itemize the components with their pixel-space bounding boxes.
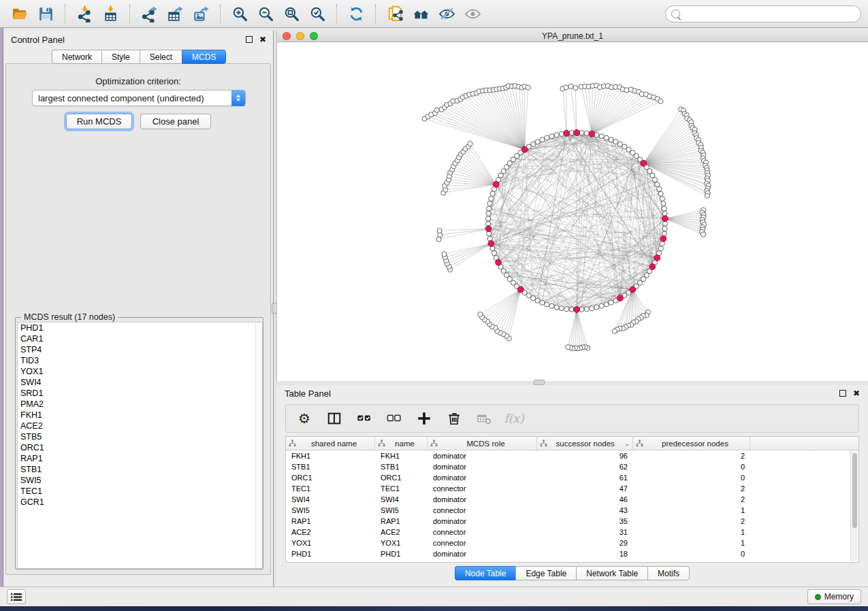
- mcds-result-item[interactable]: SRD1: [18, 388, 262, 399]
- network-node[interactable]: [489, 196, 494, 201]
- close-panel-icon[interactable]: ✖: [853, 390, 860, 397]
- run-mcds-button[interactable]: Run MCDS: [66, 114, 132, 129]
- mcds-list-scrollbar[interactable]: [255, 323, 262, 568]
- create-column-button[interactable]: [413, 408, 436, 429]
- network-node[interactable]: [647, 169, 652, 174]
- network-node[interactable]: [662, 211, 667, 216]
- network-node[interactable]: [658, 191, 663, 196]
- network-node[interactable]: [535, 298, 540, 303]
- network-hub-node[interactable]: [496, 259, 502, 265]
- network-hub-node[interactable]: [574, 307, 580, 313]
- table-row-YOX1[interactable]: YOX1YOX1connector291: [286, 538, 858, 548]
- table-scrollbar[interactable]: [850, 451, 858, 561]
- first-neighbors-button[interactable]: [409, 3, 432, 24]
- network-node[interactable]: [549, 134, 554, 139]
- tab-motifs[interactable]: Motifs: [647, 566, 690, 580]
- network-node[interactable]: [573, 85, 578, 90]
- table-settings-button[interactable]: ⚙: [293, 408, 316, 429]
- mcds-result-item[interactable]: STB1: [18, 464, 262, 475]
- network-canvas[interactable]: [277, 42, 868, 381]
- import-network-from-file-button[interactable]: [73, 3, 96, 24]
- network-node[interactable]: [545, 302, 549, 307]
- memory-button[interactable]: Memory: [807, 589, 861, 604]
- network-hub-node[interactable]: [630, 286, 636, 293]
- network-node[interactable]: [487, 231, 492, 236]
- network-from-clipboard-button[interactable]: [383, 3, 406, 24]
- network-node[interactable]: [650, 173, 655, 178]
- network-node[interactable]: [660, 196, 664, 201]
- table-row-SWI4[interactable]: SWI4SWI4dominator462: [286, 494, 858, 505]
- network-node[interactable]: [486, 211, 491, 216]
- tab-style[interactable]: Style: [101, 50, 140, 64]
- network-node[interactable]: [662, 206, 666, 211]
- table-row-STB1[interactable]: STB1STB1dominator620: [286, 461, 858, 472]
- zoom-selected-button[interactable]: [306, 3, 329, 24]
- network-node[interactable]: [540, 300, 545, 305]
- network-node[interactable]: [594, 305, 599, 310]
- zoom-fit-content-button[interactable]: [280, 3, 303, 24]
- network-node[interactable]: [652, 178, 657, 182]
- network-hub-node[interactable]: [654, 255, 660, 261]
- network-node[interactable]: [569, 307, 574, 312]
- mcds-result-item[interactable]: GCR1: [18, 497, 262, 508]
- network-node[interactable]: [478, 312, 483, 316]
- task-history-button[interactable]: [7, 589, 26, 604]
- table-row-TEC1[interactable]: TEC1TEC1connector472: [286, 483, 858, 494]
- column-header-shared-name[interactable]: shared name: [286, 437, 375, 450]
- network-node[interactable]: [566, 345, 570, 350]
- network-node[interactable]: [599, 134, 604, 139]
- close-panel-button[interactable]: Close panel: [140, 114, 211, 129]
- network-node[interactable]: [564, 85, 568, 90]
- network-node[interactable]: [658, 246, 663, 251]
- network-node[interactable]: [554, 305, 559, 310]
- network-node[interactable]: [662, 231, 666, 236]
- network-node[interactable]: [434, 108, 439, 112]
- float-panel-icon[interactable]: [839, 390, 846, 397]
- network-node[interactable]: [657, 186, 662, 191]
- column-header-MCDS-role[interactable]: MCDS role: [428, 437, 537, 450]
- network-node[interactable]: [584, 131, 589, 135]
- network-node[interactable]: [531, 296, 536, 301]
- column-header-successor-nodes[interactable]: successor nodes⌄: [537, 437, 633, 450]
- network-node[interactable]: [617, 142, 622, 146]
- network-node[interactable]: [662, 227, 667, 231]
- table-row-PHD1[interactable]: PHD1PHD1dominator180: [286, 548, 858, 559]
- network-hub-node[interactable]: [517, 286, 524, 293]
- network-node[interactable]: [590, 306, 594, 311]
- column-header-name[interactable]: name: [375, 437, 428, 450]
- mcds-result-list[interactable]: PHD1CAR1STP4TID3YOX1SWI4SRD1PMA2FKH1ACE2…: [17, 322, 263, 569]
- network-node[interactable]: [535, 139, 540, 144]
- network-hub-node[interactable]: [641, 161, 647, 167]
- mcds-result-item[interactable]: TID3: [18, 355, 262, 366]
- network-node[interactable]: [549, 303, 554, 308]
- network-hub-node[interactable]: [589, 131, 595, 137]
- zoom-in-button[interactable]: [228, 3, 251, 24]
- network-node[interactable]: [569, 131, 574, 135]
- delete-columns-button[interactable]: [443, 408, 466, 429]
- network-node[interactable]: [624, 88, 629, 93]
- zoom-out-button[interactable]: [254, 3, 277, 24]
- network-hub-node[interactable]: [649, 264, 656, 270]
- network-node[interactable]: [661, 201, 666, 206]
- mcds-result-item[interactable]: FKH1: [18, 410, 262, 420]
- mcds-result-item[interactable]: CAR1: [18, 333, 262, 344]
- network-node[interactable]: [579, 131, 584, 135]
- mcds-result-item[interactable]: TEC1: [18, 486, 262, 497]
- close-panel-icon[interactable]: ✖: [259, 36, 266, 43]
- open-network-button[interactable]: [8, 3, 31, 24]
- scrollbar-thumb[interactable]: [852, 453, 857, 528]
- export-table-button[interactable]: [163, 3, 187, 24]
- export-network-button[interactable]: [138, 3, 161, 24]
- network-node[interactable]: [468, 142, 472, 146]
- network-node[interactable]: [579, 307, 584, 312]
- network-node[interactable]: [564, 307, 569, 312]
- tab-network[interactable]: Network: [52, 50, 101, 64]
- tab-select[interactable]: Select: [140, 50, 182, 64]
- network-node[interactable]: [559, 131, 564, 136]
- network-node[interactable]: [658, 99, 663, 103]
- network-hub-node[interactable]: [660, 235, 666, 242]
- network-node[interactable]: [599, 303, 604, 308]
- mcds-result-item[interactable]: ORC1: [18, 442, 262, 453]
- mcds-result-item[interactable]: PHD1: [18, 323, 262, 333]
- mcds-result-item[interactable]: PMA2: [18, 399, 262, 410]
